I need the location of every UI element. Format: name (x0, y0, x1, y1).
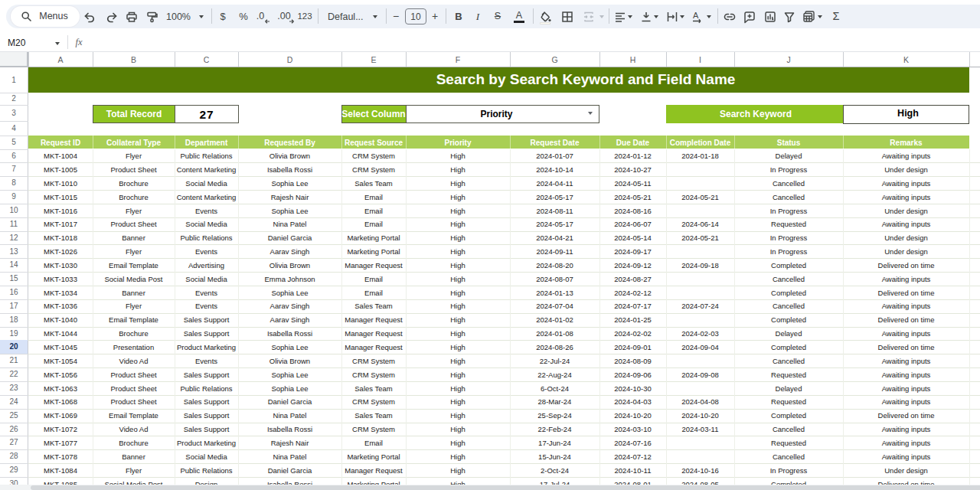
svg-text:A: A (693, 11, 699, 20)
